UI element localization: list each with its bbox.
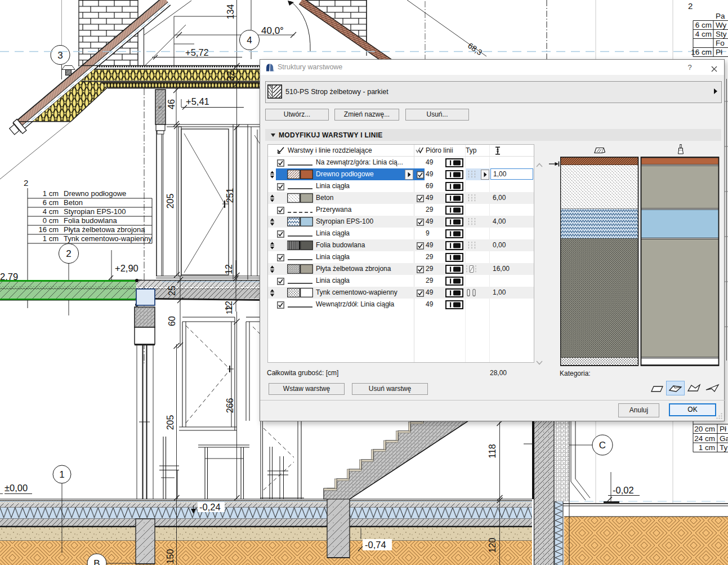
svg-text:12: 12 <box>224 264 234 274</box>
svg-text:16 cm: 16 cm <box>39 225 59 234</box>
svg-text:20 cm: 20 cm <box>694 425 715 433</box>
svg-text:Folia budowlana: Folia budowlana <box>64 216 117 225</box>
svg-text:251: 251 <box>225 188 235 203</box>
svg-text:Beton: Beton <box>64 198 83 207</box>
svg-text:266: 266 <box>225 398 235 413</box>
svg-text:4 cm: 4 cm <box>43 207 59 216</box>
svg-text:+5,41: +5,41 <box>186 96 209 106</box>
svg-text:6 cm: 6 cm <box>695 21 712 29</box>
svg-text:Pł: Pł <box>720 425 726 433</box>
svg-text:Fo: Fo <box>716 39 725 47</box>
svg-text:4 cm: 4 cm <box>695 30 712 38</box>
svg-text:Sty: Sty <box>716 30 727 38</box>
svg-text:205: 205 <box>166 415 175 430</box>
svg-text:Styropian EPS-100: Styropian EPS-100 <box>64 207 126 216</box>
svg-text:1 cm: 1 cm <box>43 189 59 198</box>
svg-text:16 cm: 16 cm <box>691 48 712 56</box>
svg-text:118: 118 <box>488 444 497 459</box>
svg-text:46: 46 <box>167 99 176 109</box>
svg-text:Pa: Pa <box>716 12 725 20</box>
svg-text:Tynk cementowo-wapienny: Tynk cementowo-wapienny <box>64 234 152 243</box>
svg-text:32: 32 <box>226 71 235 81</box>
svg-text:4: 4 <box>247 35 252 46</box>
svg-text:-0,24: -0,24 <box>199 502 221 512</box>
svg-text:B: B <box>93 558 100 565</box>
svg-text:±0,00: ±0,00 <box>5 483 28 493</box>
svg-text:40,0°: 40,0° <box>261 25 284 36</box>
svg-text:Ty: Ty <box>720 443 728 452</box>
svg-text:C: C <box>599 440 606 451</box>
svg-text:120: 120 <box>488 538 497 553</box>
svg-text:Płyta żelbetowa zbrojona: Płyta żelbetowa zbrojona <box>64 225 145 234</box>
svg-text:150: 150 <box>166 549 175 564</box>
svg-text:2: 2 <box>24 178 28 188</box>
svg-text:25: 25 <box>167 286 177 296</box>
svg-text:+2,90: +2,90 <box>115 263 139 273</box>
svg-text:1 cm: 1 cm <box>43 234 59 243</box>
svg-text:1: 1 <box>59 469 64 480</box>
svg-text:0 cm: 0 cm <box>43 216 59 225</box>
svg-text:24 cm: 24 cm <box>694 434 715 443</box>
svg-text:205: 205 <box>166 194 175 209</box>
svg-text:Ga: Ga <box>720 434 728 443</box>
svg-text:-0,74: -0,74 <box>365 540 386 550</box>
svg-text:Drewno podłogowe: Drewno podłogowe <box>64 189 126 198</box>
svg-text:2: 2 <box>66 248 71 259</box>
svg-text:-0,02: -0,02 <box>613 485 634 495</box>
svg-text:1 cm: 1 cm <box>699 443 715 452</box>
svg-text:2: 2 <box>688 1 693 11</box>
svg-text:12: 12 <box>224 305 234 315</box>
svg-text:134: 134 <box>226 5 235 20</box>
svg-text:60: 60 <box>167 316 177 326</box>
svg-text:+5,72: +5,72 <box>185 47 209 57</box>
svg-text:6 cm: 6 cm <box>43 198 59 207</box>
svg-text:Wy: Wy <box>716 21 727 29</box>
svg-text:Pł: Pł <box>716 48 722 56</box>
